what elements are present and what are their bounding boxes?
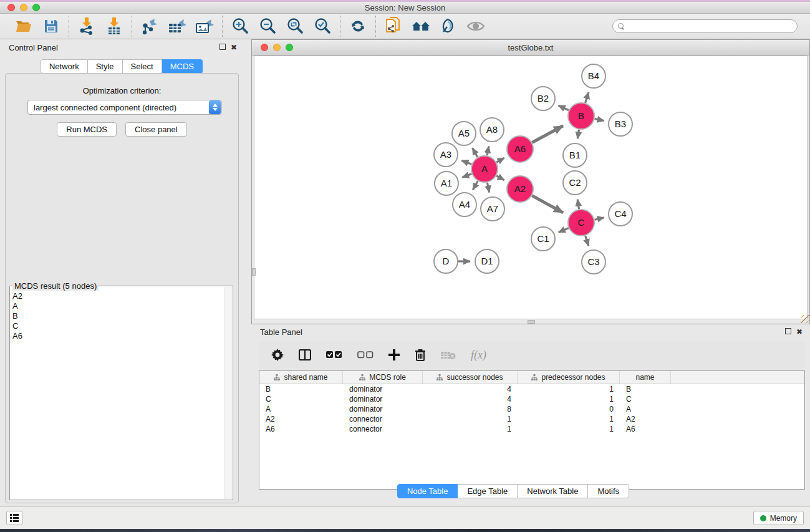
graph-node-C3[interactable]: C3 <box>582 250 605 274</box>
table-cell[interactable]: dominator <box>343 405 423 414</box>
toggle-style-icon[interactable] <box>439 17 458 36</box>
table-cell[interactable]: B <box>620 385 671 394</box>
zoom-in-icon[interactable] <box>231 17 249 36</box>
graph-node-A3[interactable]: A3 <box>434 143 458 167</box>
graph-node-A8[interactable]: A8 <box>480 118 504 142</box>
memory-button[interactable]: Memory <box>753 511 804 525</box>
table-cell[interactable]: 1 <box>518 395 620 404</box>
table-cell[interactable]: C <box>620 395 671 404</box>
graph-edge-A-A3[interactable] <box>461 160 471 164</box>
table-cell[interactable]: 4 <box>423 385 518 394</box>
network-minimize-button[interactable] <box>273 44 281 51</box>
float-table-panel-icon[interactable] <box>785 328 791 334</box>
tab-mcds[interactable]: MCDS <box>162 59 203 74</box>
graph-edge-B-B2[interactable] <box>559 105 569 110</box>
table-row[interactable]: Adominator80A <box>259 404 804 414</box>
open-session-icon[interactable] <box>14 17 33 36</box>
close-window-button[interactable] <box>7 4 15 11</box>
graph-node-B1[interactable]: B1 <box>563 143 587 167</box>
network-canvas[interactable]: AA1A2A3A4A5A6A7A8BB1B2B3B4CC1C2C3C4DD1 <box>254 56 808 319</box>
graph-edge-A-A6[interactable] <box>496 158 504 162</box>
close-panel-icon[interactable]: ✖ <box>231 44 237 51</box>
graph-edge-A-A8[interactable] <box>487 147 489 156</box>
mcds-result-item[interactable]: A6 <box>11 331 224 341</box>
graph-node-A2[interactable]: A2 <box>507 176 533 202</box>
graph-edge-A-A7[interactable] <box>487 183 489 193</box>
table-row[interactable]: Cdominator41C <box>259 394 804 404</box>
left-splitter-handle[interactable] <box>252 268 256 276</box>
table-cell[interactable]: dominator <box>343 385 423 394</box>
table-cell[interactable]: 1 <box>518 425 620 433</box>
column-header-successor-nodes[interactable]: successor nodes <box>423 371 518 384</box>
table-cell[interactable]: connector <box>343 415 423 423</box>
graph-edge-A6-B[interactable] <box>532 126 563 143</box>
table-row[interactable]: A2connector11A2 <box>259 414 804 424</box>
table-row[interactable]: Bdominator41B <box>259 384 804 394</box>
search-box[interactable] <box>612 19 798 33</box>
table-cell[interactable]: C <box>259 395 343 404</box>
table-cell[interactable]: 4 <box>423 395 518 404</box>
column-header-predecessor-nodes[interactable]: predecessor nodes <box>518 371 620 384</box>
table-cell[interactable]: connector <box>343 425 423 433</box>
optimization-criterion-dropdown[interactable]: largest connected component (directed) <box>27 100 222 115</box>
save-session-icon[interactable] <box>42 17 60 36</box>
graph-edge-C-C3[interactable] <box>586 236 589 246</box>
graph-edge-C-C1[interactable] <box>559 228 569 233</box>
table-row[interactable]: A6connector11A6 <box>259 424 804 434</box>
column-header-MCDS-role[interactable]: MCDS role <box>343 371 423 384</box>
eye-icon[interactable] <box>466 17 485 36</box>
mcds-result-item[interactable]: A <box>11 301 224 311</box>
import-table-icon[interactable] <box>105 17 123 36</box>
table-tab-motifs[interactable]: Motifs <box>588 484 629 498</box>
graph-edge-A-A5[interactable] <box>473 148 478 157</box>
table-cell[interactable]: A2 <box>620 415 671 423</box>
bottom-splitter-handle[interactable] <box>528 320 535 324</box>
zoom-fit-icon[interactable] <box>286 17 304 36</box>
table-cell[interactable]: A <box>620 405 671 414</box>
table-cell[interactable]: A2 <box>259 415 343 423</box>
graph-edge-B-B3[interactable] <box>595 118 604 120</box>
split-view-icon[interactable] <box>299 349 311 360</box>
mcds-result-scrollbar[interactable] <box>224 287 232 499</box>
home-icon[interactable] <box>412 17 430 36</box>
graph-edge-A-A2[interactable] <box>496 176 504 180</box>
graph-node-A5[interactable]: A5 <box>452 122 476 145</box>
export-network-icon[interactable] <box>140 17 159 36</box>
table-cell[interactable]: 1 <box>518 415 620 423</box>
graph-edge-B-B4[interactable] <box>586 92 589 103</box>
graph-node-B[interactable]: B <box>568 103 594 129</box>
graph-edge-B-B1[interactable] <box>577 130 579 139</box>
table-cell[interactable]: B <box>259 385 343 394</box>
graph-edge-A-A4[interactable] <box>473 181 478 190</box>
tab-network[interactable]: Network <box>41 59 88 74</box>
graph-node-A1[interactable]: A1 <box>435 172 458 195</box>
zoom-window-button[interactable] <box>32 4 40 11</box>
graph-node-B2[interactable]: B2 <box>531 87 555 110</box>
table-cell[interactable]: 1 <box>423 415 518 423</box>
tab-style[interactable]: Style <box>88 59 123 74</box>
show-all-columns-icon[interactable] <box>326 351 342 359</box>
search-input[interactable] <box>628 22 792 31</box>
table-cell[interactable]: A6 <box>259 425 343 433</box>
table-cell[interactable]: 0 <box>518 405 620 414</box>
graph-node-A[interactable]: A <box>471 156 498 182</box>
graph-edge-C-C4[interactable] <box>594 218 604 220</box>
minimize-window-button[interactable] <box>20 4 27 11</box>
graph-node-C4[interactable]: C4 <box>609 202 632 226</box>
network-zoom-button[interactable] <box>286 44 293 51</box>
mcds-result-item[interactable]: C <box>11 321 224 331</box>
import-network-icon[interactable] <box>77 17 96 36</box>
close-panel-button[interactable]: Close panel <box>125 122 187 137</box>
table-cell[interactable]: A <box>259 405 343 414</box>
table-tab-edge-table[interactable]: Edge Table <box>458 484 518 498</box>
gear-icon[interactable] <box>271 349 284 361</box>
float-panel-icon[interactable] <box>219 44 226 50</box>
graph-node-C2[interactable]: C2 <box>563 171 587 195</box>
duplicate-network-icon[interactable] <box>384 17 403 36</box>
network-close-button[interactable] <box>261 44 268 51</box>
graph-node-B3[interactable]: B3 <box>609 112 632 136</box>
graph-node-A4[interactable]: A4 <box>453 193 476 216</box>
export-table-icon[interactable] <box>168 17 186 36</box>
graph-node-D1[interactable]: D1 <box>475 249 499 273</box>
table-cell[interactable]: A6 <box>620 425 671 433</box>
